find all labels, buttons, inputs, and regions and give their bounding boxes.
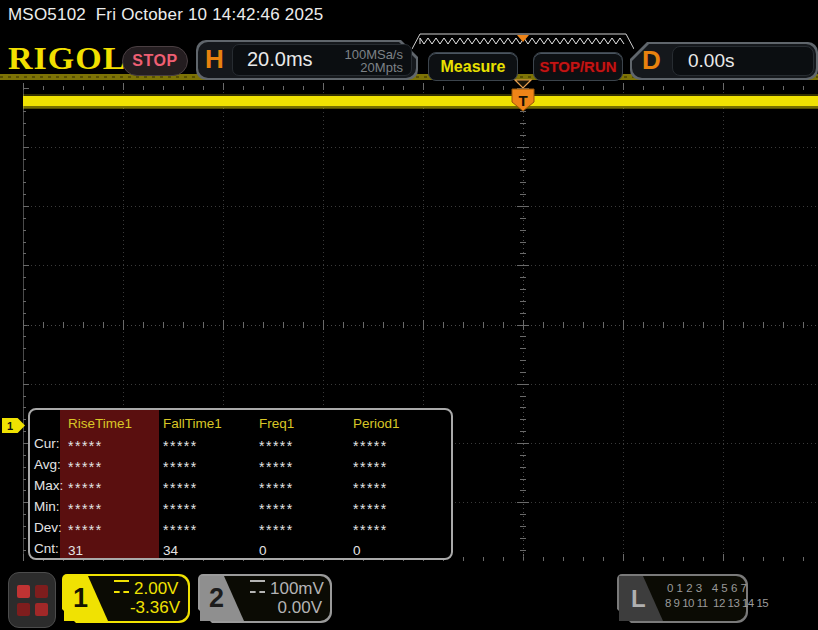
table-cell: ***** (259, 480, 294, 501)
table-column: FallTime1*************************34 (163, 416, 222, 560)
table-column: RiseTime1*************************31 (68, 416, 132, 560)
la-digital-channels-0-7: 0 1 2 3 4 5 6 7 (667, 582, 747, 594)
table-cell: ***** (68, 480, 132, 501)
table-cell: ***** (163, 480, 222, 501)
delay-panel[interactable]: D 0.00s (630, 42, 818, 80)
menu-grid-icon (17, 603, 30, 616)
memory-depth: 20Mpts (360, 60, 403, 75)
channel1-offset: -3.36V (130, 598, 180, 618)
d-label: D (642, 45, 661, 76)
table-cell: ***** (68, 522, 132, 543)
table-row-label: Cur: (34, 436, 63, 457)
measurement-table[interactable]: Cur:Avg:Max:Min:Dev:Cnt:RiseTime1*******… (28, 408, 453, 560)
channel2-number: 2 (209, 583, 224, 614)
table-cell: ***** (163, 438, 222, 459)
table-cell: ***** (353, 501, 400, 522)
table-cell: 34 (163, 543, 222, 560)
table-cell: ***** (353, 438, 400, 459)
table-cell: ***** (259, 501, 294, 522)
table-row-labels: Cur:Avg:Max:Min:Dev:Cnt: (34, 436, 63, 560)
table-cell: ***** (163, 522, 222, 543)
header-bar: RIGOL STOP H 20.0ms 100MSa/s 20Mpts Meas… (0, 30, 818, 86)
run-state-badge: STOP (122, 46, 188, 76)
channel1-scale: 2.00V (114, 579, 178, 599)
table-cell: ***** (68, 438, 132, 459)
waveform-overview-strip[interactable] (412, 33, 634, 50)
table-column: Freq1*************************0 (259, 416, 294, 560)
ch1-trace (23, 96, 818, 106)
horizontal-timebase-panel[interactable]: H 20.0ms 100MSa/s 20Mpts (196, 40, 418, 80)
la-digital-channels-8-15: 8 9 10 11 12 13 14 15 (665, 597, 768, 609)
stop-run-button-label: STOP/RUN (539, 58, 616, 75)
la-label: L (631, 585, 646, 613)
h-label: H (205, 44, 224, 75)
table-row-label: Max: (34, 478, 63, 499)
table-cell: ***** (163, 459, 222, 480)
table-cell: ***** (259, 459, 294, 480)
menu-grid-icon (35, 585, 48, 598)
menu-grid-icon (17, 585, 30, 598)
table-cell: ***** (353, 459, 400, 480)
table-cell: ***** (68, 459, 132, 480)
table-row-label: Avg: (34, 457, 63, 478)
run-state-label: STOP (132, 52, 177, 70)
table-column: Period1*************************0 (353, 416, 400, 560)
channel2-scale: 100mV (250, 579, 324, 599)
table-cell: ***** (353, 480, 400, 501)
table-row-label: Dev: (34, 520, 63, 541)
table-cell: 0 (353, 543, 400, 560)
table-cell: 0 (259, 543, 294, 560)
menu-grid-icon (35, 603, 48, 616)
table-column-header[interactable]: RiseTime1 (68, 416, 132, 438)
channel2-badge[interactable]: 2 100mV 0.00V (198, 574, 332, 623)
table-row-label: Min: (34, 499, 63, 520)
table-cell: ***** (259, 438, 294, 459)
table-row-label: Cnt: (34, 541, 63, 560)
table-column-header[interactable]: Period1 (353, 416, 400, 438)
dc-coupling-icon (250, 580, 265, 593)
table-column-header[interactable]: Freq1 (259, 416, 294, 438)
delay-value: 0.00s (688, 50, 734, 72)
timebase-inset: 20.0ms 100MSa/s 20Mpts (232, 44, 412, 76)
measure-button-label: Measure (441, 58, 506, 76)
table-cell: ***** (353, 522, 400, 543)
svg-text:T: T (518, 92, 527, 109)
logic-analyzer-badge[interactable]: L 0 1 2 3 4 5 6 7 8 9 10 11 12 13 14 15 (617, 574, 748, 623)
measure-button[interactable]: Measure (428, 52, 518, 81)
table-cell: ***** (259, 522, 294, 543)
dc-coupling-icon (114, 580, 129, 593)
table-cell: ***** (68, 501, 132, 522)
overview-trigger-icon (517, 35, 529, 42)
channel1-badge[interactable]: 1 2.00V -3.36V (62, 574, 190, 623)
delay-inset: 0.00s (672, 46, 814, 76)
menu-grid-button[interactable] (8, 572, 56, 628)
table-cell: 31 (68, 543, 132, 560)
oscilloscope-screen: T MSO5102 Fri October 10 14:42:46 2025 R… (0, 0, 818, 630)
stop-run-button[interactable]: STOP/RUN (533, 52, 623, 81)
table-column-header[interactable]: FallTime1 (163, 416, 222, 438)
ch1-ground-marker-label: 1 (7, 420, 13, 432)
table-cell: ***** (163, 501, 222, 522)
bottom-bar: 1 2.00V -3.36V 2 100mV 0.00V L 0 1 2 3 4… (0, 562, 818, 630)
channel1-number: 1 (73, 583, 88, 614)
rigol-logo: RIGOL (8, 41, 126, 77)
timebase-value: 20.0ms (247, 48, 313, 71)
channel2-offset: 0.00V (278, 598, 322, 618)
